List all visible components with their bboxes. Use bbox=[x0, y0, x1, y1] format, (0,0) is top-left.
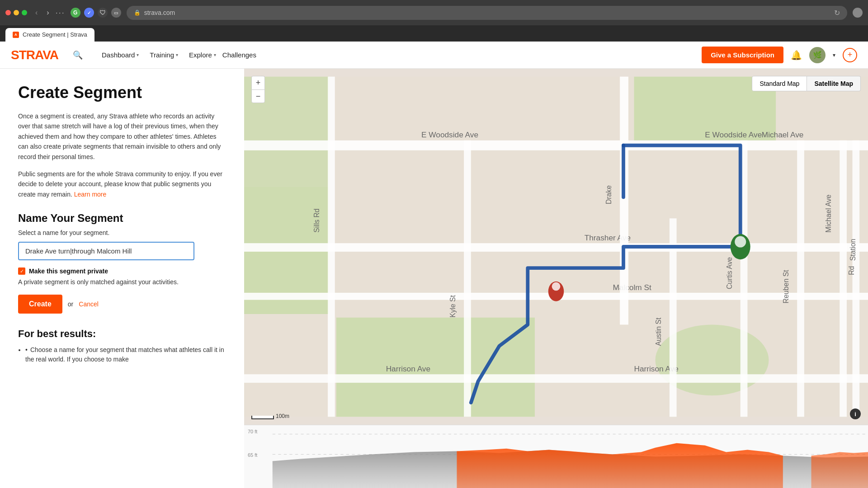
avatar[interactable]: 🌿 bbox=[809, 47, 826, 63]
svg-text:E Woodside Ave: E Woodside Ave bbox=[705, 131, 762, 140]
svg-rect-16 bbox=[328, 77, 335, 417]
svg-text:Curtis Ave: Curtis Ave bbox=[726, 257, 733, 289]
extension-icon-4[interactable]: ▭ bbox=[111, 8, 121, 18]
nav-explore[interactable]: Explore ▾ bbox=[184, 48, 221, 61]
page-title: Create Segment bbox=[18, 83, 226, 102]
nav-dashboard[interactable]: Dashboard ▾ bbox=[97, 48, 143, 61]
standard-map-button[interactable]: Standard Map bbox=[752, 76, 807, 91]
strava-logo[interactable]: STRAVA bbox=[11, 48, 58, 62]
svg-text:Harrison Ave: Harrison Ave bbox=[386, 364, 430, 373]
map-svg: E Woodside Ave E Woodside Ave Thrasher A… bbox=[244, 69, 868, 425]
svg-text:Rd: Rd bbox=[848, 266, 855, 275]
extension-icon-3[interactable]: 🛡 bbox=[98, 8, 108, 18]
description-1: Once a segment is created, any Strava at… bbox=[18, 111, 226, 162]
browser-extensions: G ✓ 🛡 ▭ bbox=[71, 8, 121, 18]
scale-label: 100m bbox=[276, 413, 289, 419]
back-button[interactable]: ‹ bbox=[33, 8, 40, 18]
loading-indicator: ··· bbox=[56, 8, 65, 18]
svg-marker-41 bbox=[457, 443, 783, 488]
window-controls bbox=[5, 10, 27, 15]
learn-more-link[interactable]: Learn more bbox=[74, 191, 107, 198]
right-panel: E Woodside Ave E Woodside Ave Thrasher A… bbox=[244, 69, 868, 488]
map-info-button[interactable]: i bbox=[850, 408, 861, 419]
elevation-svg bbox=[244, 425, 868, 488]
svg-text:Michael Ave: Michael Ave bbox=[762, 131, 804, 140]
close-window-btn[interactable] bbox=[5, 10, 11, 15]
map-controls: + − bbox=[251, 76, 265, 103]
user-chevron-icon[interactable]: ▾ bbox=[833, 52, 835, 58]
browser-chrome: ‹ › ··· G ✓ 🛡 ▭ 🔒 strava.com ↻ bbox=[0, 0, 868, 25]
chevron-down-icon: ▾ bbox=[176, 52, 178, 57]
svg-text:Drake: Drake bbox=[605, 185, 613, 204]
svg-point-35 bbox=[735, 236, 746, 247]
svg-rect-26 bbox=[797, 141, 804, 417]
url-text: strava.com bbox=[144, 9, 175, 16]
actions-row: Create or Cancel bbox=[18, 295, 226, 314]
minimize-window-btn[interactable] bbox=[14, 10, 19, 15]
elevation-label-70: 70 ft bbox=[248, 429, 257, 434]
svg-text:Station: Station bbox=[849, 239, 857, 261]
or-text: or bbox=[68, 300, 73, 308]
main-content: Create Segment Once a segment is created… bbox=[0, 69, 868, 488]
create-activity-button[interactable]: + bbox=[843, 48, 857, 62]
cancel-link[interactable]: Cancel bbox=[79, 300, 99, 308]
svg-point-37 bbox=[552, 282, 561, 291]
svg-text:E Woodside Ave: E Woodside Ave bbox=[421, 131, 478, 140]
map-type-buttons: Standard Map Satellite Map bbox=[752, 76, 861, 91]
svg-rect-28 bbox=[840, 141, 847, 417]
svg-rect-31 bbox=[853, 141, 860, 417]
strava-nav: STRAVA 🔍 Dashboard ▾ Training ▾ Explore … bbox=[0, 42, 868, 69]
browser-right-controls bbox=[853, 8, 863, 18]
segment-name-input[interactable] bbox=[18, 242, 194, 260]
tab-bar: A Create Segment | Strava bbox=[0, 25, 868, 42]
description-2: Public segments are for the whole Strava… bbox=[18, 169, 226, 199]
svg-text:Michael Ave: Michael Ave bbox=[825, 194, 832, 232]
svg-rect-18 bbox=[464, 141, 471, 417]
refresh-button[interactable]: ↻ bbox=[834, 9, 840, 17]
active-tab[interactable]: A Create Segment | Strava bbox=[5, 28, 94, 42]
fullscreen-window-btn[interactable] bbox=[22, 10, 27, 15]
svg-rect-6 bbox=[244, 141, 868, 150]
private-description: A private segment is only matched agains… bbox=[18, 278, 226, 286]
notifications-icon[interactable]: 🔔 bbox=[791, 50, 802, 61]
svg-text:Kyle St: Kyle St bbox=[449, 295, 457, 318]
nav-training[interactable]: Training ▾ bbox=[145, 48, 183, 61]
svg-text:Reuben St: Reuben St bbox=[782, 270, 790, 304]
give-subscription-button[interactable]: Give a Subscription bbox=[702, 47, 783, 63]
satellite-map-button[interactable]: Satellite Map bbox=[807, 76, 861, 91]
svg-rect-2 bbox=[336, 318, 535, 417]
svg-rect-13 bbox=[244, 374, 868, 383]
forward-button[interactable]: › bbox=[44, 8, 52, 18]
best-results-title: For best results: bbox=[18, 328, 226, 340]
nav-challenges[interactable]: Challenges bbox=[222, 51, 256, 59]
left-panel: Create Segment Once a segment is created… bbox=[0, 69, 244, 488]
private-checkbox[interactable]: ✓ bbox=[18, 267, 25, 275]
name-section-title: Name Your Segment bbox=[18, 212, 226, 225]
search-icon[interactable]: 🔍 bbox=[73, 50, 83, 60]
create-button[interactable]: Create bbox=[18, 295, 62, 314]
svg-text:Sills Rd: Sills Rd bbox=[313, 209, 321, 233]
browser-nav: ‹ › ··· bbox=[33, 8, 65, 18]
extension-icon-2[interactable]: ✓ bbox=[84, 8, 94, 18]
private-label: Make this segment private bbox=[29, 267, 108, 275]
address-bar[interactable]: 🔒 strava.com ↻ bbox=[127, 6, 847, 20]
svg-text:Malcolm St: Malcolm St bbox=[613, 283, 651, 292]
zoom-in-button[interactable]: + bbox=[251, 76, 265, 89]
map-scale: 100m bbox=[251, 413, 289, 419]
elevation-label-65: 65 ft bbox=[248, 452, 257, 458]
private-checkbox-row: ✓ Make this segment private bbox=[18, 267, 226, 275]
browser-profile[interactable] bbox=[853, 8, 863, 18]
svg-marker-42 bbox=[811, 452, 868, 488]
tab-favicon: A bbox=[13, 32, 19, 38]
tab-title: Create Segment | Strava bbox=[23, 31, 87, 38]
extension-icon-1[interactable]: G bbox=[71, 8, 80, 18]
lock-icon: 🔒 bbox=[134, 9, 141, 16]
nav-items: Dashboard ▾ Training ▾ Explore ▾ Challen… bbox=[97, 48, 256, 61]
svg-text:Austin St: Austin St bbox=[655, 317, 662, 346]
chevron-down-icon: ▾ bbox=[214, 52, 216, 57]
nav-right: Give a Subscription 🔔 🌿 ▾ + bbox=[702, 47, 857, 63]
chevron-down-icon: ▾ bbox=[137, 52, 139, 57]
select-name-label: Select a name for your segment. bbox=[18, 229, 226, 236]
zoom-out-button[interactable]: − bbox=[251, 89, 265, 103]
map-container[interactable]: E Woodside Ave E Woodside Ave Thrasher A… bbox=[244, 69, 868, 425]
